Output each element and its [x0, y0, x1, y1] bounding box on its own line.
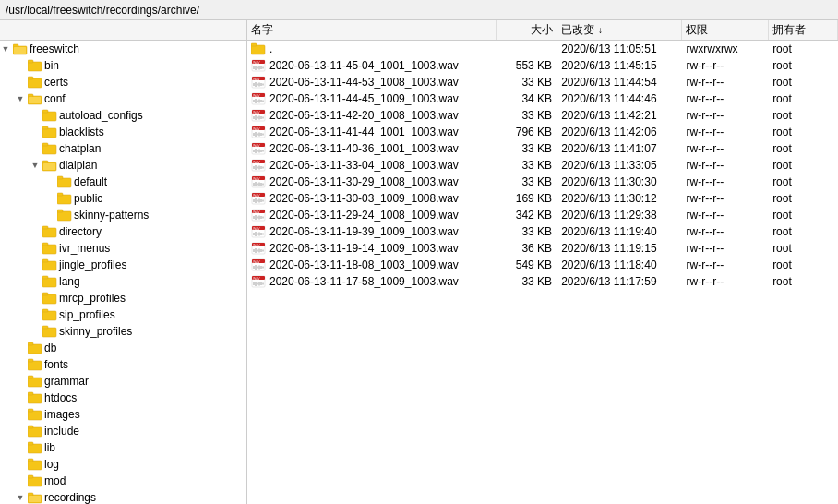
- tree-node-jingle_profiles[interactable]: jingle_profiles: [0, 257, 246, 273]
- file-list[interactable]: .2020/6/13 11:05:51rwxrwxrwxroot WAV 202…: [247, 41, 838, 504]
- tree-toggle-dialplan[interactable]: ▼: [30, 160, 41, 171]
- file-row[interactable]: WAV 2020-06-13-11-18-08_1003_1009.wav549…: [247, 257, 838, 273]
- file-row[interactable]: WAV 2020-06-13-11-29-24_1008_1009.wav342…: [247, 207, 838, 223]
- tree-node-images[interactable]: images: [0, 406, 246, 423]
- file-modified-cell: 2020/6/13 11:44:46: [557, 92, 682, 105]
- tree-toggle-freeswitch[interactable]: ▼: [0, 43, 11, 54]
- tree-node-grammar[interactable]: grammar: [0, 373, 246, 390]
- tree-toggle-lang[interactable]: [30, 276, 41, 287]
- svg-rect-44: [28, 376, 33, 378]
- tree-node-htdocs[interactable]: htdocs: [0, 390, 246, 406]
- tree-node-chatplan[interactable]: chatplan: [0, 140, 246, 157]
- file-row[interactable]: WAV 2020-06-13-11-44-53_1008_1003.wav33 …: [247, 74, 838, 90]
- svg-rect-63: [251, 43, 257, 46]
- tree-node-lib[interactable]: lib: [0, 439, 246, 456]
- tree-node-conf[interactable]: ▼ conf: [0, 90, 246, 107]
- tree-toggle-conf[interactable]: ▼: [15, 93, 26, 104]
- file-row[interactable]: WAV 2020-06-13-11-44-45_1009_1003.wav34 …: [247, 90, 838, 107]
- tree-toggle-public[interactable]: [44, 193, 55, 204]
- wav-file-icon: WAV: [251, 126, 266, 138]
- file-owner-cell: root: [769, 159, 838, 172]
- tree-node-recordings[interactable]: ▼ recordings: [0, 489, 246, 504]
- tree-toggle-recordings[interactable]: ▼: [15, 492, 26, 503]
- tree-toggle-default[interactable]: [44, 176, 55, 187]
- tree-toggle-skinny_profiles[interactable]: [30, 326, 41, 337]
- tree-node-certs[interactable]: certs: [0, 74, 246, 90]
- tree-toggle-chatplan[interactable]: [30, 143, 41, 154]
- tree-toggle-bin[interactable]: [15, 60, 26, 71]
- tree-toggle-mod[interactable]: [15, 475, 26, 486]
- tree-node-default[interactable]: default: [0, 174, 246, 190]
- tree-toggle-autoload_configs[interactable]: [30, 110, 41, 121]
- col-header-permissions[interactable]: 权限: [682, 20, 769, 40]
- tree-node-db[interactable]: db: [0, 340, 246, 356]
- file-row[interactable]: WAV 2020-06-13-11-45-04_1001_1003.wav553…: [247, 57, 838, 74]
- tree-toggle-sip_profiles[interactable]: [30, 309, 41, 320]
- tree-toggle-skinny-patterns[interactable]: [44, 210, 55, 221]
- svg-rect-40: [28, 342, 33, 345]
- tree-toggle-certs[interactable]: [15, 77, 26, 88]
- folder-icon-lib: [28, 441, 42, 454]
- svg-text:WAV: WAV: [253, 61, 260, 65]
- file-modified-cell: 2020/6/13 11:18:40: [557, 258, 682, 271]
- tree-node-sip_profiles[interactable]: sip_profiles: [0, 306, 246, 323]
- tree-node-public[interactable]: public: [0, 190, 246, 207]
- tree-node-skinny-patterns[interactable]: skinny-patterns: [0, 207, 246, 223]
- tree-toggle-lib[interactable]: [15, 442, 26, 453]
- tree-node-log[interactable]: log: [0, 456, 246, 473]
- tree-node-dialplan[interactable]: ▼ dialplan: [0, 157, 246, 174]
- tree-toggle-grammar[interactable]: [15, 376, 26, 387]
- tree-panel[interactable]: ▼ freeswitch bin certs▼ conf autoload_co…: [0, 41, 247, 504]
- wav-file-icon: WAV: [251, 242, 266, 255]
- tree-toggle-images[interactable]: [15, 409, 26, 420]
- svg-text:WAV: WAV: [253, 244, 260, 247]
- tree-node-freeswitch[interactable]: ▼ freeswitch: [0, 41, 246, 57]
- tree-toggle-ivr_menus[interactable]: [30, 243, 41, 254]
- svg-rect-4: [28, 60, 33, 63]
- folder-icon-htdocs: [28, 391, 42, 404]
- tree-node-directory[interactable]: directory: [0, 223, 246, 240]
- folder-icon-conf: [28, 92, 42, 105]
- tree-node-lang[interactable]: lang: [0, 273, 246, 290]
- tree-node-bin[interactable]: bin: [0, 57, 246, 74]
- file-row[interactable]: WAV 2020-06-13-11-41-44_1001_1003.wav796…: [247, 124, 838, 140]
- tree-node-include[interactable]: include: [0, 423, 246, 439]
- tree-toggle-htdocs[interactable]: [15, 392, 26, 403]
- tree-label-grammar: grammar: [44, 375, 89, 388]
- sort-arrow: ↓: [598, 25, 603, 35]
- tree-toggle-directory[interactable]: [30, 226, 41, 237]
- col-header-owner[interactable]: 拥有者: [769, 20, 838, 40]
- tree-node-autoload_configs[interactable]: autoload_configs: [0, 107, 246, 124]
- file-row[interactable]: WAV 2020-06-13-11-19-14_1009_1003.wav36 …: [247, 240, 838, 257]
- col-header-name[interactable]: 名字: [247, 20, 497, 40]
- file-name-cell: WAV 2020-06-13-11-44-45_1009_1003.wav: [247, 92, 497, 105]
- file-row[interactable]: WAV 2020-06-13-11-40-36_1001_1003.wav33 …: [247, 140, 838, 157]
- tree-node-fonts[interactable]: fonts: [0, 356, 246, 373]
- col-header-size[interactable]: 大小: [497, 20, 557, 40]
- tree-node-ivr_menus[interactable]: ivr_menus: [0, 240, 246, 257]
- tree-node-mrcp_profiles[interactable]: mrcp_profiles: [0, 290, 246, 306]
- file-row[interactable]: WAV 2020-06-13-11-33-04_1008_1003.wav33 …: [247, 157, 838, 174]
- tree-toggle-mrcp_profiles[interactable]: [30, 293, 41, 304]
- tree-node-skinny_profiles[interactable]: skinny_profiles: [0, 323, 246, 340]
- file-row[interactable]: WAV 2020-06-13-11-17-58_1009_1003.wav33 …: [247, 273, 838, 290]
- tree-toggle-blacklists[interactable]: [30, 126, 41, 138]
- file-row[interactable]: WAV 2020-06-13-11-19-39_1009_1003.wav33 …: [247, 223, 838, 240]
- tree-toggle-log[interactable]: [15, 459, 26, 470]
- wav-file-icon: WAV: [251, 192, 266, 205]
- file-row[interactable]: .2020/6/13 11:05:51rwxrwxrwxroot: [247, 41, 838, 57]
- tree-node-mod[interactable]: mod: [0, 473, 246, 489]
- file-row[interactable]: WAV 2020-06-13-11-42-20_1008_1003.wav33 …: [247, 107, 838, 124]
- col-header-modified[interactable]: 已改变 ↓: [557, 20, 682, 40]
- file-row[interactable]: WAV 2020-06-13-11-30-03_1009_1008.wav169…: [247, 190, 838, 207]
- tree-toggle-fonts[interactable]: [15, 359, 26, 370]
- tree-toggle-jingle_profiles[interactable]: [30, 259, 41, 270]
- file-row[interactable]: WAV 2020-06-13-11-30-29_1008_1003.wav33 …: [247, 174, 838, 190]
- tree-toggle-db[interactable]: [15, 342, 26, 354]
- tree-node-blacklists[interactable]: blacklists: [0, 124, 246, 140]
- file-name-cell: .: [247, 42, 497, 55]
- svg-text:WAV: WAV: [253, 127, 260, 131]
- file-permissions-cell: rw-r--r--: [683, 142, 770, 155]
- tree-toggle-include[interactable]: [15, 426, 26, 437]
- file-size-cell: 342 KB: [497, 209, 557, 222]
